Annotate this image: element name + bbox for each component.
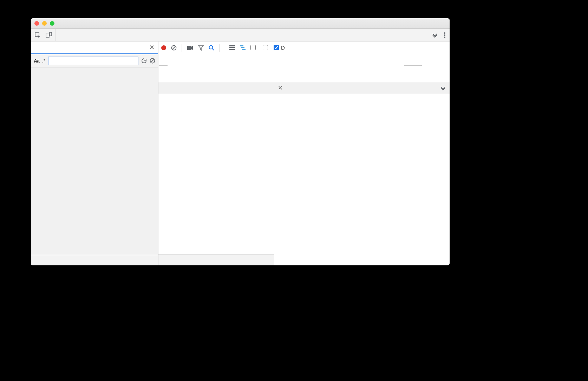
- minimize-window-button[interactable]: [42, 21, 47, 26]
- clear-icon[interactable]: [150, 58, 155, 64]
- close-detail-icon[interactable]: ✕: [274, 82, 286, 94]
- timeline[interactable]: [158, 54, 450, 82]
- search-pane: ✕ Aa .*: [31, 41, 158, 265]
- disable-cache-checkbox[interactable]: D: [274, 45, 285, 51]
- search-header: ✕: [31, 41, 158, 54]
- more-detail-tabs-icon[interactable]: [436, 82, 450, 94]
- network-toolbar: D: [158, 41, 450, 54]
- svg-rect-14: [229, 47, 235, 48]
- search-icon[interactable]: [209, 45, 214, 51]
- preserve-log-checkbox[interactable]: [263, 45, 270, 50]
- svg-line-12: [212, 49, 214, 50]
- more-tabs-icon[interactable]: [432, 32, 438, 38]
- svg-rect-13: [229, 45, 235, 46]
- maximize-window-button[interactable]: [50, 21, 54, 26]
- panel-tab-bar: [31, 29, 450, 41]
- large-rows-icon[interactable]: [229, 45, 235, 50]
- waterfall-icon[interactable]: [240, 45, 246, 50]
- inspector-controls: [31, 29, 56, 41]
- svg-line-7: [151, 59, 154, 62]
- headers-content: [274, 94, 450, 265]
- svg-rect-2: [50, 32, 52, 36]
- svg-rect-15: [229, 49, 235, 50]
- filter-icon[interactable]: [198, 45, 204, 51]
- titlebar: [31, 18, 450, 29]
- svg-line-9: [172, 46, 175, 49]
- search-controls: Aa .*: [31, 54, 158, 67]
- device-toggle-icon[interactable]: [46, 32, 52, 38]
- svg-rect-16: [240, 45, 243, 46]
- name-column-header[interactable]: [158, 82, 274, 94]
- svg-point-3: [444, 32, 445, 34]
- record-button[interactable]: [161, 45, 166, 50]
- svg-point-4: [444, 34, 445, 36]
- camera-icon[interactable]: [187, 45, 193, 50]
- request-detail: ✕: [274, 82, 450, 265]
- close-window-button[interactable]: [34, 21, 39, 26]
- inspect-icon[interactable]: [34, 32, 41, 38]
- svg-rect-10: [187, 46, 191, 50]
- svg-rect-17: [241, 47, 244, 48]
- panel-tabs: [56, 29, 428, 41]
- case-sensitive-toggle[interactable]: Aa: [34, 58, 39, 64]
- close-search-icon[interactable]: ✕: [149, 44, 155, 51]
- detail-tabs: ✕: [274, 82, 450, 94]
- svg-rect-18: [242, 49, 246, 50]
- svg-rect-1: [46, 33, 49, 37]
- search-input[interactable]: [48, 57, 138, 65]
- request-summary: [158, 254, 274, 265]
- devtools-window: ✕ Aa .*: [31, 18, 450, 265]
- svg-point-5: [444, 37, 445, 38]
- regex-toggle[interactable]: .*: [42, 58, 45, 64]
- refresh-icon[interactable]: [141, 58, 147, 64]
- search-results: [31, 67, 158, 255]
- window-controls: [34, 21, 54, 26]
- kebab-menu-icon[interactable]: [444, 32, 445, 38]
- clear-log-icon[interactable]: [171, 45, 177, 51]
- search-status-bar: [31, 255, 158, 265]
- request-list: [158, 82, 274, 265]
- network-pane: D ✕: [158, 41, 450, 265]
- group-by-frame-checkbox[interactable]: [250, 45, 258, 50]
